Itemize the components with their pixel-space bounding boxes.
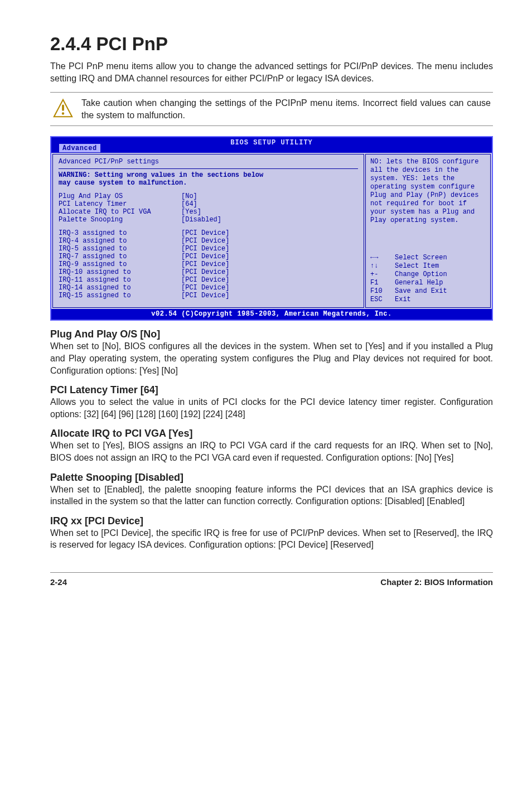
bios-help-panel: NO: lets the BIOS configure all the devi… (365, 154, 491, 308)
bios-setting-value[interactable]: [PCI Device] (181, 253, 358, 260)
bios-setting-value[interactable]: [PCI Device] (181, 237, 358, 245)
bios-setting-value[interactable]: [PCI Device] (181, 284, 358, 292)
bios-nav-key: ←→ (370, 254, 395, 262)
bios-nav-action: Select Screen (395, 254, 447, 262)
bios-nav-key: F10 (370, 287, 395, 296)
page-footer: 2-24 Chapter 2: BIOS Information (50, 572, 493, 587)
bios-setting-label: Allocate IRQ to PCI VGA (59, 208, 181, 216)
bios-setting-row[interactable]: IRQ-3 assigned to [PCI Device] (59, 229, 358, 237)
bios-setting-label: Plug And Play OS (59, 192, 181, 200)
bios-setting-row[interactable]: Allocate IRQ to PCI VGA [Yes] (59, 208, 358, 216)
bios-warning-line-2: may cause system to malfunction. (59, 179, 358, 187)
bios-setting-row[interactable]: IRQ-5 assigned to [PCI Device] (59, 245, 358, 253)
bios-setting-row[interactable]: IRQ-4 assigned to [PCI Device] (59, 237, 358, 245)
svg-point-2 (62, 113, 64, 115)
bios-setting-row[interactable]: Plug And Play OS [No] (59, 192, 358, 200)
bios-nav-action: Change Option (395, 270, 447, 279)
bios-setting-value[interactable]: [No] (181, 192, 358, 200)
bios-nav-action: Select Item (395, 262, 439, 270)
bios-setting-row[interactable]: PCI Latency Timer [64] (59, 200, 358, 208)
subsection-body: When set to [No], BIOS configures all th… (50, 340, 493, 376)
bios-nav-action: Save and Exit (395, 287, 447, 296)
bios-setting-label: IRQ-14 assigned to (59, 284, 181, 292)
subsection-body: When set to [PCI Device], the specific I… (50, 527, 493, 551)
subsection-heading: IRQ xx [PCI Device] (50, 515, 493, 527)
bios-setting-label: IRQ-9 assigned to (59, 260, 181, 268)
bios-nav-key: ↑↓ (370, 262, 395, 270)
caution-note: Take caution when changing the settings … (50, 92, 493, 126)
bios-nav-help: ←→Select Screen ↑↓Select Item +-Change O… (370, 254, 486, 304)
bios-help-text: NO: lets the BIOS configure all the devi… (370, 158, 486, 225)
bios-setting-label: IRQ-15 assigned to (59, 292, 181, 299)
bios-setting-value[interactable]: [PCI Device] (181, 268, 358, 276)
subsection-heading: Palette Snooping [Disabled] (50, 472, 493, 484)
bios-nav-key: ESC (370, 296, 395, 304)
bios-setting-row[interactable]: IRQ-7 assigned to [PCI Device] (59, 253, 358, 260)
subsection-heading: Allocate IRQ to PCI VGA [Yes] (50, 428, 493, 439)
bios-setting-row[interactable]: IRQ-15 assigned to [PCI Device] (59, 292, 358, 299)
subsection-body: Allows you to select the value in units … (50, 396, 493, 420)
bios-setting-value[interactable]: [PCI Device] (181, 276, 358, 284)
bios-setting-value[interactable]: [PCI Device] (181, 260, 358, 268)
bios-setting-label: IRQ-11 assigned to (59, 276, 181, 284)
subsection-body: When set to [Enabled], the palette snoop… (50, 484, 493, 508)
bios-main-panel: Advanced PCI/PnP settings WARNING: Setti… (52, 154, 364, 308)
bios-setting-label: Palette Snooping (59, 216, 181, 224)
bios-setting-label: IRQ-7 assigned to (59, 253, 181, 260)
bios-setting-row[interactable]: Palette Snooping [Disabled] (59, 216, 358, 224)
bios-setting-value[interactable]: [Yes] (181, 208, 358, 216)
bios-nav-key: F1 (370, 279, 395, 287)
chapter-label: Chapter 2: BIOS Information (380, 577, 493, 587)
bios-screenshot: BIOS SETUP UTILITY Advanced Advanced PCI… (50, 136, 493, 321)
bios-setting-value[interactable]: [PCI Device] (181, 292, 358, 299)
bios-copyright: v02.54 (C)Copyright 1985-2003, American … (51, 309, 492, 320)
bios-setting-value[interactable]: [Disabled] (181, 216, 358, 224)
bios-warning-line-1: WARNING: Setting wrong values in the sec… (59, 171, 358, 179)
bios-setting-label: IRQ-3 assigned to (59, 229, 181, 237)
caution-icon (50, 96, 76, 119)
bios-setting-row[interactable]: IRQ-11 assigned to [PCI Device] (59, 276, 358, 284)
subsection-heading: Plug And Play O/S [No] (50, 328, 493, 340)
bios-setting-value[interactable]: [PCI Device] (181, 229, 358, 237)
bios-setting-label: IRQ-5 assigned to (59, 245, 181, 253)
intro-paragraph: The PCI PnP menu items allow you to chan… (50, 60, 493, 84)
bios-setting-row[interactable]: IRQ-10 assigned to [PCI Device] (59, 268, 358, 276)
bios-setting-row[interactable]: IRQ-14 assigned to [PCI Device] (59, 284, 358, 292)
page-number: 2-24 (50, 577, 67, 587)
bios-nav-action: Exit (395, 296, 411, 304)
svg-rect-1 (62, 105, 64, 111)
bios-setting-label: IRQ-10 assigned to (59, 268, 181, 276)
bios-setting-label: PCI Latency Timer (59, 200, 181, 208)
bios-setting-label: IRQ-4 assigned to (59, 237, 181, 245)
bios-setting-value[interactable]: [PCI Device] (181, 245, 358, 253)
bios-nav-action: General Help (395, 279, 443, 287)
bios-setting-row[interactable]: IRQ-9 assigned to [PCI Device] (59, 260, 358, 268)
subsection-body: When set to [Yes], BIOS assigns an IRQ t… (50, 439, 493, 463)
bios-nav-key: +- (370, 270, 395, 279)
section-heading: 2.4.4 PCI PnP (50, 33, 493, 55)
bios-setting-value[interactable]: [64] (181, 200, 358, 208)
subsection-heading: PCI Latency Timer [64] (50, 384, 493, 396)
bios-title: BIOS SETUP UTILITY (51, 139, 492, 147)
bios-subtitle: Advanced PCI/PnP settings (59, 158, 358, 166)
bios-tab-advanced[interactable]: Advanced (59, 144, 100, 152)
caution-text: Take caution when changing the settings … (76, 96, 493, 122)
